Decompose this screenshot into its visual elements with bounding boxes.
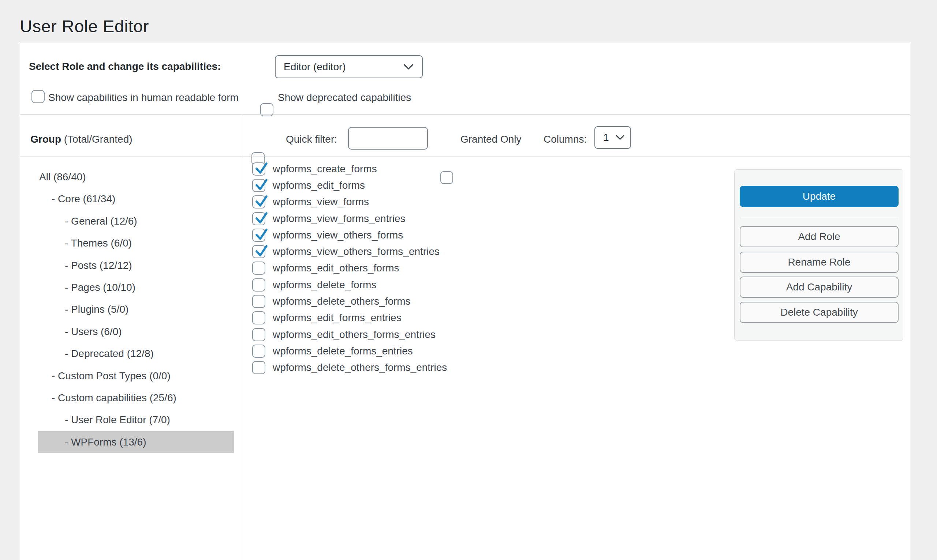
group-tree: All (86/40)- Core (61/34)- General (12/6… <box>20 157 243 560</box>
capability-row: wpforms_create_forms <box>252 161 733 177</box>
add-role-button[interactable]: Add Role <box>740 226 898 247</box>
capability-checkbox[interactable] <box>252 311 265 325</box>
checkmark-icon <box>253 194 270 209</box>
role-select-value: Editor (editor) <box>284 61 346 73</box>
capability-checkbox[interactable] <box>252 262 265 275</box>
checkmark-icon <box>253 227 270 243</box>
tree-item[interactable]: - Plugins (5/0) <box>38 298 234 320</box>
capability-row: wpforms_view_forms_entries <box>252 210 733 227</box>
tree-item[interactable]: - Pages (10/10) <box>38 277 234 298</box>
capability-label: wpforms_delete_others_forms_entries <box>273 362 447 374</box>
capability-checkbox[interactable] <box>252 295 265 308</box>
capability-label: wpforms_delete_forms_entries <box>273 345 413 357</box>
tree-item[interactable]: - Core (61/34) <box>38 188 234 210</box>
capability-label: wpforms_view_forms_entries <box>273 213 405 225</box>
human-readable-checkbox[interactable] <box>31 90 45 103</box>
granted-only-label: Granted Only <box>461 133 522 146</box>
checkmark-icon <box>253 243 270 259</box>
tree-item[interactable]: - WPForms (13/6) <box>38 431 234 453</box>
tree-item[interactable]: - Users (6/0) <box>38 321 234 343</box>
columns-select-dropdown[interactable]: 1 <box>595 126 631 149</box>
capability-row: wpforms_view_others_forms_entries <box>252 243 733 260</box>
capability-label: wpforms_view_others_forms <box>273 229 403 241</box>
capability-checkbox[interactable] <box>252 361 265 374</box>
capability-row: wpforms_view_others_forms <box>252 227 733 243</box>
capability-label: wpforms_edit_forms <box>273 180 365 191</box>
capability-label: wpforms_view_forms <box>273 196 369 208</box>
capability-label: wpforms_delete_forms <box>273 279 376 291</box>
deprecated-label: Show deprecated capabilities <box>278 91 411 104</box>
tree-item[interactable]: - Deprecated (12/8) <box>38 343 234 365</box>
tree-item[interactable]: - User Role Editor (7/0) <box>38 409 234 431</box>
tree-item[interactable]: - General (12/6) <box>38 210 234 232</box>
capability-row: wpforms_delete_forms <box>252 277 733 293</box>
tree-item[interactable]: - Custom capabilities (25/6) <box>38 387 234 409</box>
capability-row: wpforms_view_forms <box>252 194 733 210</box>
checkmark-icon <box>253 177 270 193</box>
capability-row: wpforms_delete_others_forms <box>252 293 733 309</box>
capability-label: wpforms_create_forms <box>273 163 377 175</box>
capability-checkbox[interactable] <box>252 345 265 358</box>
actions-panel: Update Add Role Rename Role Add Capabili… <box>734 169 903 340</box>
checkmark-icon <box>253 210 270 226</box>
capability-checkbox[interactable] <box>252 212 265 225</box>
chevron-down-icon <box>403 63 414 71</box>
columns-select-value: 1 <box>603 132 609 143</box>
tree-item[interactable]: All (86/40) <box>38 166 234 188</box>
capability-label: wpforms_view_others_forms_entries <box>273 246 439 257</box>
add-capability-button[interactable]: Add Capability <box>740 277 898 298</box>
update-button[interactable]: Update <box>740 186 898 207</box>
capability-label: wpforms_edit_others_forms_entries <box>273 329 436 340</box>
tree-item[interactable]: - Custom Post Types (0/0) <box>38 365 234 387</box>
group-header: Group (Total/Granted) <box>30 133 133 146</box>
capability-row: wpforms_delete_forms_entries <box>252 343 733 359</box>
checkmark-icon <box>253 161 270 177</box>
tree-item[interactable]: - Posts (12/12) <box>38 255 234 277</box>
capability-checkbox[interactable] <box>252 229 265 242</box>
capability-label: wpforms_delete_others_forms <box>273 295 411 307</box>
user-role-editor-panel: Select Role and change its capabilities:… <box>20 43 910 560</box>
capability-checkbox[interactable] <box>252 195 265 209</box>
role-select-dropdown[interactable]: Editor (editor) <box>275 55 423 78</box>
page-title: User Role Editor <box>20 15 149 38</box>
section-divider <box>20 114 910 115</box>
select-role-label: Select Role and change its capabilities: <box>29 60 221 73</box>
capability-row: wpforms_edit_others_forms_entries <box>252 326 733 343</box>
capability-checkbox[interactable] <box>252 162 265 175</box>
actions-divider <box>740 219 898 219</box>
capability-list: wpforms_create_formswpforms_edit_formswp… <box>243 157 733 376</box>
chevron-down-icon <box>615 134 625 141</box>
capability-checkbox[interactable] <box>252 245 265 258</box>
capability-checkbox[interactable] <box>252 328 265 341</box>
capability-checkbox[interactable] <box>252 179 265 192</box>
tree-item[interactable]: - Themes (6/0) <box>38 232 234 254</box>
delete-capability-button[interactable]: Delete Capability <box>740 302 898 323</box>
capability-row: wpforms_edit_others_forms <box>252 260 733 277</box>
capability-checkbox[interactable] <box>252 278 265 292</box>
capability-row: wpforms_edit_forms <box>252 177 733 194</box>
capability-row: wpforms_edit_forms_entries <box>252 310 733 326</box>
capability-label: wpforms_edit_others_forms <box>273 262 399 274</box>
quick-filter-input[interactable] <box>348 127 428 149</box>
capability-row: wpforms_delete_others_forms_entries <box>252 360 733 376</box>
quick-filter-label: Quick filter: <box>286 133 337 146</box>
rename-role-button[interactable]: Rename Role <box>740 252 898 273</box>
human-readable-label: Show capabilities in human readable form <box>48 91 239 104</box>
columns-label: Columns: <box>544 133 587 146</box>
capability-label: wpforms_edit_forms_entries <box>273 312 402 324</box>
